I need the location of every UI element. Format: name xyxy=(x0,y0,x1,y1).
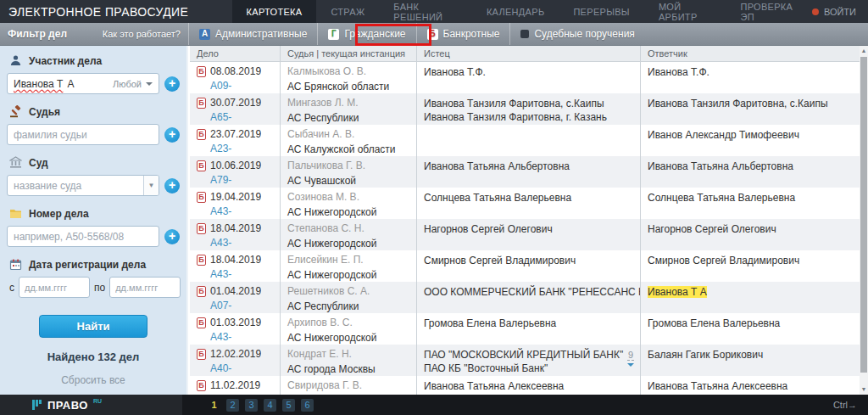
nav-item-kalendar[interactable]: КАЛЕНДАРЬ xyxy=(472,0,559,23)
case-date-line: Б12.02.2019 xyxy=(197,348,273,360)
login-button[interactable]: ВОЙТИ xyxy=(812,0,868,23)
table-scrollbar[interactable]: ▲ ▼ xyxy=(860,46,868,395)
table-row[interactable]: Б18.04.2019А43-16430/2019Елисейкин Е. П.… xyxy=(190,250,860,282)
case-number-link[interactable]: А65-22737/2019 xyxy=(210,111,273,125)
court-input[interactable] xyxy=(7,175,159,196)
participant-role-dropdown[interactable]: Любой xyxy=(113,79,153,89)
case-date: 18.04.2019 xyxy=(210,222,261,234)
case-date: 01.03.2019 xyxy=(210,317,261,328)
administrativnye-icon: А xyxy=(199,29,210,40)
more-parties-expander[interactable]: 9 xyxy=(627,349,634,367)
nav-item-proverka-ep[interactable]: ПРОВЕРКА ЭП xyxy=(726,0,811,23)
case-number-link[interactable]: А43-16534/2019 xyxy=(210,237,273,250)
add-case-number-button[interactable]: + xyxy=(164,229,180,244)
table-row[interactable]: Б19.04.2019А43-16638/2019Созинова М. В.А… xyxy=(190,188,860,219)
case-number-link[interactable]: А07-10026/2019 xyxy=(210,300,273,313)
table-row[interactable]: Б30.07.2019А65-22737/2019Мингазов Л. М.А… xyxy=(190,93,860,125)
table-row[interactable]: Б10.06.2019А79-6571/2019Пальчикова Г. В.… xyxy=(190,156,860,188)
case-number-input[interactable] xyxy=(7,226,159,247)
table-row[interactable]: Б12.02.2019А40-32986/2019Кондрат Е. Н.АС… xyxy=(190,345,860,376)
date-to-input[interactable] xyxy=(109,277,181,298)
page-2[interactable]: 2 xyxy=(226,399,239,412)
nav-item-kartoteka[interactable]: КАРТОТЕКА xyxy=(232,0,317,23)
table-row[interactable]: Б11.02.2019А45-4130/2019Свиридова Г. В.А… xyxy=(190,376,860,395)
how-it-works-link[interactable]: Как это работает? xyxy=(103,29,181,39)
court-dropdown-arrow[interactable]: ▼ xyxy=(143,176,159,195)
judge-cell: Степанова С. Н.АС Нижегородской области xyxy=(280,219,416,250)
nav-item-pereryvy[interactable]: ПЕРЕРЫВЫ xyxy=(559,0,643,23)
participant-input[interactable]: Иванова Т А Любой xyxy=(7,73,159,94)
add-judge-button[interactable]: + xyxy=(164,127,180,143)
bankruptcy-case-icon: Б xyxy=(197,380,206,391)
bankruptcy-case-icon: Б xyxy=(197,98,206,109)
court-building-icon xyxy=(9,156,22,169)
table-row[interactable]: Б01.03.2019А43-8900/2019Архипов В. С.АС … xyxy=(190,313,860,345)
add-court-button[interactable]: + xyxy=(164,178,180,193)
page-1[interactable]: 1 xyxy=(208,399,220,412)
reset-all-link[interactable]: Сбросить все xyxy=(7,374,180,386)
filter-bar-left: Фильтр дел Как это работает? xyxy=(0,23,188,45)
table-row[interactable]: Б23.07.2019А23-5942/2019Сыбачин А. В.АС … xyxy=(190,125,860,156)
grazhdanskie-icon: Г xyxy=(328,29,339,40)
defendant-cell: Иванова Танзиля Фаритовна, с.Каипы xyxy=(640,93,860,125)
cases-table: Дело Судья | текущая инстанция Истец Отв… xyxy=(190,46,868,395)
search-button[interactable]: Найти xyxy=(39,315,147,338)
defendant-name: Смирнов Сергей Владимирович xyxy=(648,254,853,267)
page-5[interactable]: 5 xyxy=(282,399,295,412)
tab-label-bankrotnye: Банкротные xyxy=(443,28,500,40)
case-number-link[interactable]: А79-6571/2019 xyxy=(210,174,273,188)
case-cell: Б01.04.2019А07-10026/2019 xyxy=(190,282,280,313)
case-number-link[interactable]: А40-32986/2019 xyxy=(210,362,273,376)
case-number-link[interactable]: А43-8900/2019 xyxy=(210,331,273,345)
sudebnye-porucheniya-icon xyxy=(520,30,529,38)
footer-bar: ПРАВО RU 123456 Ctrl→ xyxy=(0,395,868,415)
court-row: ▼ + xyxy=(7,175,180,196)
calendar-icon xyxy=(9,258,22,271)
judge-name: Архипов В. С. xyxy=(287,317,409,328)
bankruptcy-case-icon: Б xyxy=(197,317,206,328)
add-participant-button[interactable]: + xyxy=(164,76,180,92)
page-6[interactable]: 6 xyxy=(301,399,314,412)
gavel-icon xyxy=(9,105,22,118)
table-body: Б08.08.2019А09-8232/2019Калмыкова О. В.А… xyxy=(190,62,860,395)
judge-name: Степанова С. Н. xyxy=(287,222,409,234)
footer-logo-text: ПРАВО xyxy=(47,399,88,412)
nav-item-moy-arbitr[interactable]: МОЙ АРБИТР xyxy=(644,0,726,23)
tab-grazhdanskie[interactable]: ГГражданские xyxy=(317,23,415,45)
case-date: 12.02.2019 xyxy=(210,348,261,360)
tab-sudebnye-porucheniya[interactable]: Судебные поручения xyxy=(509,23,644,45)
case-number-link[interactable]: А43-16638/2019 xyxy=(210,205,273,219)
footer-logo-block[interactable]: ПРАВО RU xyxy=(0,395,182,415)
nav-item-strazh[interactable]: СТРАЖ xyxy=(316,0,379,23)
plaintiff-cell: Иванова Танзиля Фаритовна, с.КаипыИванов… xyxy=(416,93,640,125)
case-date-line: Б18.04.2019 xyxy=(197,222,273,234)
plaintiff-name: Нагорнов Сергей Олегович xyxy=(424,222,633,236)
table-row[interactable]: Б01.04.2019А07-10026/2019Решетников С. А… xyxy=(190,282,860,313)
judge-cell: Мингазов Л. М.АС Республики Татарстан xyxy=(280,93,416,125)
date-from-input[interactable] xyxy=(19,277,90,298)
case-number-link[interactable]: А43-16430/2019 xyxy=(210,268,273,282)
court-name: АС Брянской области xyxy=(287,81,409,93)
nav-item-bank-resheniy[interactable]: БАНК РЕШЕНИЙ xyxy=(379,0,472,23)
defendant-name: Иванова Т А xyxy=(648,285,853,299)
reg-date-section-label: Дата регистрации дела xyxy=(9,258,180,271)
page-3[interactable]: 3 xyxy=(245,399,258,412)
scroll-up-arrow-icon[interactable]: ▲ xyxy=(860,46,868,56)
plaintiff-name: ПАО "МОСКОВСКИЙ КРЕДИТНЫЙ БАНК" xyxy=(424,348,633,362)
scrollbar-thumb[interactable] xyxy=(860,57,867,373)
scroll-down-arrow-icon[interactable]: ▼ xyxy=(860,384,868,395)
case-number-link[interactable]: А09-8232/2019 xyxy=(210,80,273,93)
table-row[interactable]: Б08.08.2019А09-8232/2019Калмыкова О. В.А… xyxy=(190,62,860,93)
defendant-name: Иванова Танзиля Фаритовна, с.Каипы xyxy=(648,97,853,110)
table-row[interactable]: Б18.04.2019А43-16534/2019Степанова С. Н.… xyxy=(190,219,860,250)
plaintiff-cell: Нагорнов Сергей Олегович xyxy=(416,219,640,250)
defendant-cell: Иванова Т А xyxy=(640,282,860,313)
defendant-name: Балаян Гагик Борикович xyxy=(648,348,853,362)
judge-input[interactable] xyxy=(7,124,159,145)
page-4[interactable]: 4 xyxy=(264,399,276,412)
footer-logo-suffix: RU xyxy=(93,398,102,404)
case-number-link[interactable]: А23-5942/2019 xyxy=(210,143,273,156)
tab-bankrotnye[interactable]: ББанкротные xyxy=(416,23,510,45)
judge-cell: Сыбачин А. В.АС Калужской области xyxy=(280,125,416,156)
tab-administrativnye[interactable]: ААдминистративные xyxy=(188,23,317,45)
